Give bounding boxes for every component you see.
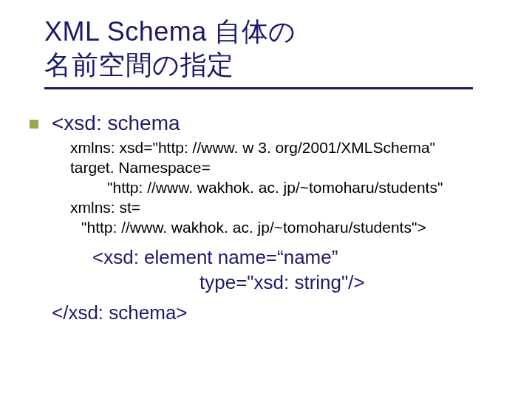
attr-xmlns-xsd: xmlns: xsd="http: //www. w 3. org/2001/X… xyxy=(70,138,510,158)
attr-target-ns-key: target. Namespace= xyxy=(70,158,510,178)
bullet-icon xyxy=(30,120,38,129)
attr-target-ns-val: "http: //www. wakhok. ac. jp/~tomoharu/s… xyxy=(70,178,510,198)
schema-open: <xsd: schema xyxy=(52,110,180,137)
attr-xmlns-st-val: "http: //www. wakhok. ac. jp/~tomoharu/s… xyxy=(70,218,510,238)
title-line-1: XML Schema 自体の xyxy=(44,15,510,48)
xsd-element-line2: type="xsd: string"/> xyxy=(200,270,510,296)
body: <xsd: schema xmlns: xsd="http: //www. w … xyxy=(52,110,510,326)
title-block: XML Schema 自体の 名前空間の指定 xyxy=(44,15,510,89)
schema-open-row: <xsd: schema xyxy=(30,110,510,137)
attr-xmlns-st-key: xmlns: st= xyxy=(70,198,510,218)
schema-attrs: xmlns: xsd="http: //www. w 3. org/2001/X… xyxy=(70,138,510,237)
title-line-2: 名前空間の指定 xyxy=(44,48,510,81)
slide: XML Schema 自体の 名前空間の指定 <xsd: schema xmln… xyxy=(0,0,532,399)
schema-close: </xsd: schema> xyxy=(52,301,510,326)
xsd-element-line1: <xsd: element name=“name” xyxy=(92,245,510,270)
title-underline xyxy=(44,87,473,89)
